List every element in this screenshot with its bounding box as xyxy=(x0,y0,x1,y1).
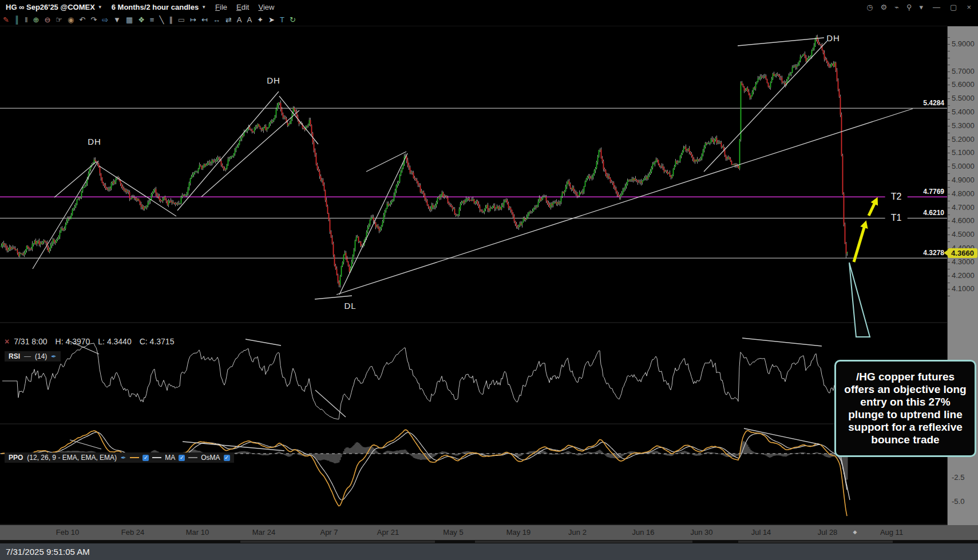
annotation-callout[interactable]: /HG copper futures offers an objective l… xyxy=(834,360,976,457)
chart-area[interactable]: × 7/31 8:00 H: 4.3970 L: 4.3440 C: 4.371… xyxy=(0,26,947,525)
rsi-brush-icon[interactable]: ✒ xyxy=(51,353,56,360)
trendline[interactable] xyxy=(738,38,824,46)
ppo-legend-checkbox[interactable]: ✓ xyxy=(179,455,185,461)
target-arrow[interactable] xyxy=(854,224,865,262)
pan-hand-icon[interactable]: ☞ xyxy=(56,16,62,23)
wrench-icon[interactable]: ✦ xyxy=(257,16,263,23)
rectangle-tool-icon[interactable]: ▭ xyxy=(178,16,185,23)
price-level-label: 4.6210 xyxy=(923,209,944,217)
timeframe-selector[interactable]: 6 Months/2 hour candles ▼ xyxy=(112,3,206,11)
chart-canvas[interactable] xyxy=(0,26,947,525)
rsi-study-label[interactable]: RSI — (14) ✒ xyxy=(5,351,61,362)
shift-right-icon[interactable]: ↦ xyxy=(190,16,196,23)
ppo-trendline[interactable] xyxy=(744,428,820,444)
price-tick xyxy=(948,296,950,296)
parallel-lines-tool-icon[interactable]: ∥ xyxy=(169,16,173,23)
zoom-out-icon[interactable]: ⊖ xyxy=(44,16,50,23)
rsi-trendline[interactable] xyxy=(246,339,281,345)
last-price-tag: 4.3660 xyxy=(948,248,977,258)
date-label: Jun 2 xyxy=(568,528,587,537)
scrollbar-segment[interactable] xyxy=(738,541,893,543)
price-tick xyxy=(948,160,950,160)
ppo-params: (12, 26, 9 - EMA, EMA, EMA) xyxy=(27,454,117,462)
gear-icon[interactable]: ⚙ xyxy=(881,3,888,11)
titlebar-icon-group: ◷⚙⌁⚲▾—▢× xyxy=(866,3,978,11)
trendline[interactable] xyxy=(54,162,96,197)
text-note-icon[interactable]: T xyxy=(280,16,284,23)
symbol-selector[interactable]: HG ∞ Sep26'25 @COMEX ▼ xyxy=(6,3,102,11)
zoom-in-icon[interactable]: ⊕ xyxy=(33,16,39,23)
chart-type-candles-icon[interactable]: ║ xyxy=(14,16,19,23)
trendline[interactable] xyxy=(315,296,352,299)
refresh-icon[interactable]: ↻ xyxy=(290,16,296,23)
scrollbar-segment[interactable] xyxy=(475,541,692,543)
date-label: Jul 28 xyxy=(818,528,838,537)
label-style-a-icon[interactable]: A xyxy=(237,16,242,23)
target-arrow-head xyxy=(860,220,868,229)
price-tick xyxy=(948,133,950,133)
ppo-legend-swatch xyxy=(130,457,139,458)
label-style-b-icon[interactable]: A xyxy=(247,16,252,23)
price-tick xyxy=(948,262,950,263)
price-tick-label: 4.6000 xyxy=(952,216,975,225)
price-tick xyxy=(948,65,950,65)
price-tick xyxy=(948,44,950,45)
price-tick-label: 5.6000 xyxy=(952,80,975,89)
scrollbar-segment[interactable] xyxy=(240,541,435,543)
crosshair-globe-icon[interactable]: ◉ xyxy=(68,16,74,23)
trendline[interactable] xyxy=(201,110,299,197)
chart-type-bars-icon[interactable]: ‖ xyxy=(25,16,27,23)
close-study-icon[interactable]: × xyxy=(5,337,9,346)
redo-icon[interactable]: ↷ xyxy=(90,16,97,23)
date-label: Feb 10 xyxy=(56,528,79,537)
pin-caret-icon[interactable]: ▾ xyxy=(920,3,924,11)
ohlc-close: C: 4.3715 xyxy=(140,337,175,346)
grid-chart-icon[interactable]: ▦ xyxy=(126,16,133,23)
ppo-legend-checkbox[interactable]: ✓ xyxy=(142,455,149,461)
chat-status-icon[interactable]: ◷ xyxy=(866,3,873,11)
menu-view[interactable]: View xyxy=(258,3,274,11)
date-label: Apr 7 xyxy=(320,528,338,537)
trendline[interactable] xyxy=(339,153,407,295)
ppo-brush-icon[interactable]: ✒ xyxy=(121,454,126,462)
compress-bars-icon[interactable]: ⇄ xyxy=(225,16,232,23)
trendline[interactable] xyxy=(336,109,913,295)
menu-edit[interactable]: Edit xyxy=(236,3,249,11)
trendline[interactable] xyxy=(33,161,98,269)
next-symbol-icon[interactable]: ⇨ xyxy=(102,16,108,23)
ppo-line xyxy=(1,430,847,516)
link-icon[interactable]: ⌁ xyxy=(894,3,899,11)
pin-icon[interactable]: ⚲ xyxy=(906,3,912,11)
menu-file[interactable]: File xyxy=(215,3,227,11)
titlebar: HG ∞ Sep26'25 @COMEX ▼ 6 Months/2 hour c… xyxy=(0,0,978,14)
ppo-trendline[interactable] xyxy=(70,440,101,449)
drawing-pencil-icon[interactable]: ✎ xyxy=(3,16,9,23)
ohlc-low: L: 4.3440 xyxy=(98,337,131,346)
minimize-icon[interactable]: — xyxy=(933,3,940,11)
dropdown-caret-icon[interactable]: ▼ xyxy=(113,16,121,23)
date-label: Mar 24 xyxy=(252,528,275,537)
expand-bars-icon[interactable]: ↔ xyxy=(213,16,220,23)
price-level-label: 4.3278 xyxy=(923,249,944,257)
trendline[interactable] xyxy=(279,96,318,144)
timeframe-caret-icon: ▼ xyxy=(201,5,206,10)
shift-left-icon[interactable]: ↤ xyxy=(201,16,208,23)
trendline[interactable] xyxy=(177,92,279,211)
price-tick-label: 5.9000 xyxy=(952,39,975,48)
price-tick xyxy=(948,180,950,181)
maximize-icon[interactable]: ▢ xyxy=(950,3,957,11)
toolbar: ✎║‖⊕⊖☞◉↶↷⇨▼▦❖≡╲∥▭↦↤↔⇄AA✦➤T↻ xyxy=(0,14,978,26)
date-axis[interactable]: Feb 10Feb 24Mar 10Mar 24Apr 7Apr 21May 5… xyxy=(0,525,978,540)
price-tick xyxy=(948,173,950,174)
cursor-icon[interactable]: ➤ xyxy=(268,16,275,23)
ppo-legend-checkbox[interactable]: ✓ xyxy=(224,455,230,461)
close-icon[interactable]: × xyxy=(967,3,971,11)
pattern-tool-icon[interactable]: ❖ xyxy=(138,16,145,23)
ppo-study-label[interactable]: PPO (12, 26, 9 - EMA, EMA, EMA) ✒ ✓MA✓Os… xyxy=(5,452,234,463)
trendline[interactable] xyxy=(704,41,827,172)
indicator-list-icon[interactable]: ≡ xyxy=(150,16,155,23)
undo-icon[interactable]: ↶ xyxy=(79,16,85,23)
trendline[interactable] xyxy=(99,166,176,216)
rsi-trendline[interactable] xyxy=(742,338,822,346)
trendline-tool-icon[interactable]: ╲ xyxy=(159,16,164,23)
